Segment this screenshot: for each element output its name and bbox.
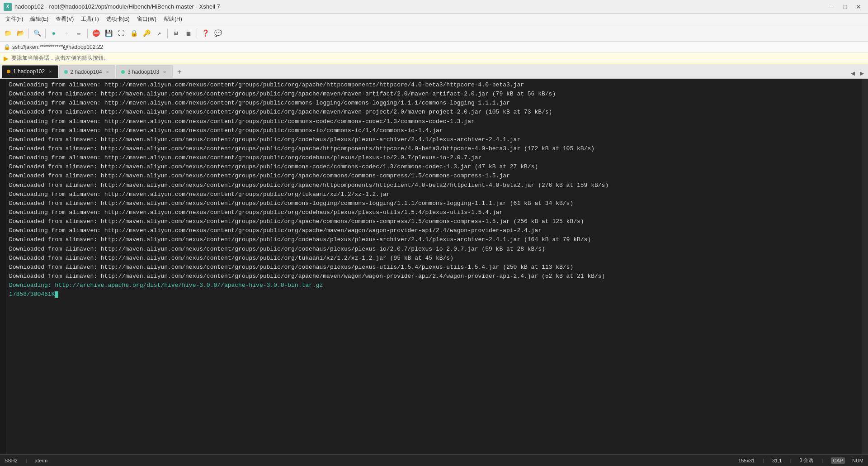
tabs-prev-btn[interactable]: ◀ — [848, 69, 857, 78]
tabs-next-btn[interactable]: ▶ — [857, 69, 866, 78]
status-cap: CAP — [831, 457, 845, 464]
terminal-line-0: Downloading from alimaven: http://maven.… — [9, 81, 859, 90]
menu-item-f[interactable]: 文件(F) — [2, 14, 27, 24]
toolbar-split-btn[interactable]: ⊞ — [170, 28, 182, 39]
tab-add-button[interactable]: + — [174, 66, 185, 78]
tab-3[interactable]: 3 hadoop103× — [116, 65, 173, 78]
terminal-line-16: Downloading from alimaven: http://maven.… — [9, 226, 859, 235]
toolbar-lock-btn[interactable]: 🔒 — [128, 28, 140, 39]
terminal[interactable]: Downloading from alimaven: http://maven.… — [6, 79, 862, 454]
terminal-line-1: Downloaded from alimaven: http://maven.a… — [9, 90, 859, 99]
terminal-line-22: Downloading: http://archive.apache.org/d… — [9, 281, 859, 290]
menu-item-v[interactable]: 查看(V) — [52, 14, 77, 24]
status-term: xterm — [35, 458, 48, 463]
terminal-line-23: 17858/300461K — [9, 290, 859, 299]
toolbar-sep-1 — [28, 29, 29, 38]
toolbar-stop-btn[interactable]: ⛔ — [90, 28, 102, 39]
window-controls: ─ □ ✕ — [826, 2, 864, 11]
window-title: hadoop102 - root@hadoop102:/opt/module/H… — [14, 3, 826, 10]
toolbar-save-btn[interactable]: 💾 — [103, 28, 114, 39]
terminal-line-10: Downloaded from alimaven: http://maven.a… — [9, 171, 859, 181]
left-gutter — [0, 79, 6, 454]
terminal-line-8: Downloading from alimaven: http://maven.… — [9, 153, 859, 162]
tab-close-1[interactable]: × — [47, 68, 53, 75]
tab-1[interactable]: 1 hadoop102× — [2, 65, 58, 78]
tab-dot-1 — [7, 70, 10, 73]
tab-label-1: 1 hadoop102 — [13, 68, 45, 75]
terminal-line-20: Downloaded from alimaven: http://maven.a… — [9, 263, 859, 272]
ssh-bar: 🔒 ssh://jaken:***********@hadoop102:22 — [0, 42, 868, 52]
tab-label-2: 2 hadoop104 — [71, 69, 102, 75]
terminal-wrapper: Downloading from alimaven: http://maven.… — [0, 79, 868, 454]
menu-item-t[interactable]: 工具(T) — [77, 14, 102, 24]
terminal-line-19: Downloaded from alimaven: http://maven.a… — [9, 254, 859, 263]
status-size: 155x31 — [738, 458, 755, 463]
toolbar-sep-5 — [197, 29, 197, 38]
status-right: 155x31 | 31,1 | 3 会话 | CAP NUM — [738, 457, 863, 464]
status-sessions: 3 会话 — [799, 457, 813, 464]
terminal-line-3: Downloaded from alimaven: http://maven.a… — [9, 108, 859, 117]
tab-dot-3 — [121, 70, 125, 74]
status-nav: NUM — [852, 458, 863, 463]
toolbar-chat-btn[interactable]: 💬 — [212, 28, 224, 39]
notice-icon: ▶ — [4, 55, 9, 62]
terminal-line-18: Downloaded from alimaven: http://maven.a… — [9, 245, 859, 254]
minimize-button[interactable]: ─ — [826, 2, 837, 11]
terminal-line-17: Downloaded from alimaven: http://maven.a… — [9, 235, 859, 244]
tabs-nav: ◀▶ — [846, 69, 868, 78]
menu-item-e[interactable]: 编辑(E) — [27, 14, 52, 24]
app-icon: X — [4, 3, 12, 11]
toolbar-sep-4 — [167, 29, 168, 38]
terminal-line-15: Downloaded from alimaven: http://maven.a… — [9, 217, 859, 226]
tab-2[interactable]: 2 hadoop104× — [59, 65, 116, 78]
notice-bar: ▶ 要添加当前会话，点击左侧的箭头按钮。 — [0, 52, 868, 64]
menu-bar: 文件(F)编辑(E)查看(V)工具(T)选项卡(B)窗口(W)帮助(H) — [0, 14, 868, 25]
toolbar-key-btn[interactable]: 🔑 — [141, 28, 152, 39]
terminal-line-9: Downloaded from alimaven: http://maven.a… — [9, 162, 859, 171]
terminal-line-5: Downloading from alimaven: http://maven.… — [9, 126, 859, 135]
terminal-line-12: Downloading from alimaven: http://maven.… — [9, 190, 859, 199]
menu-item-b[interactable]: 选项卡(B) — [103, 14, 133, 24]
tab-close-3[interactable]: × — [162, 69, 167, 75]
terminal-cursor — [55, 291, 58, 298]
terminal-line-14: Downloading from alimaven: http://maven.… — [9, 208, 859, 217]
toolbar: 📁 📂 🔍 ● ◦ ✏ ⛔ 💾 ⛶ 🔒 🔑 ↗ ⊞ ▦ ❓ 💬 — [0, 25, 868, 42]
menu-item-h[interactable]: 帮助(H) — [160, 14, 186, 24]
toolbar-connect-btn[interactable]: ● — [48, 28, 60, 39]
toolbar-help-btn[interactable]: ❓ — [199, 28, 211, 39]
tabs-bar: 1 hadoop102×2 hadoop104×3 hadoop103×+◀▶ — [0, 64, 868, 79]
toolbar-disconnect-btn[interactable]: ◦ — [61, 28, 72, 39]
terminal-line-21: Downloaded from alimaven: http://maven.a… — [9, 272, 859, 281]
status-pos: 31,1 — [772, 458, 782, 463]
close-button[interactable]: ✕ — [853, 2, 864, 11]
terminal-line-11: Downloaded from alimaven: http://maven.a… — [9, 181, 859, 190]
terminal-line-6: Downloaded from alimaven: http://maven.a… — [9, 135, 859, 144]
toolbar-open-btn[interactable]: 📂 — [14, 28, 26, 39]
tab-label-3: 3 hadoop103 — [127, 69, 159, 75]
title-bar: X hadoop102 - root@hadoop102:/opt/module… — [0, 0, 868, 14]
status-bar: SSH2 | xterm 155x31 | 31,1 | 3 会话 | CAP … — [0, 454, 868, 466]
toolbar-sep-3 — [87, 29, 88, 38]
menu-item-w[interactable]: 窗口(W) — [133, 14, 160, 24]
toolbar-new-btn[interactable]: 📁 — [2, 28, 14, 39]
maximize-button[interactable]: □ — [839, 2, 851, 11]
toolbar-arrow-btn[interactable]: ↗ — [153, 28, 165, 39]
toolbar-sep-2 — [45, 29, 46, 38]
tab-close-2[interactable]: × — [105, 69, 110, 75]
toolbar-layout-btn[interactable]: ▦ — [183, 28, 194, 39]
terminal-line-13: Downloaded from alimaven: http://maven.a… — [9, 199, 859, 208]
terminal-line-2: Downloading from alimaven: http://maven.… — [9, 99, 859, 108]
terminal-line-4: Downloading from alimaven: http://maven.… — [9, 117, 859, 126]
scrollbar[interactable] — [862, 79, 868, 454]
toolbar-settings-btn[interactable]: ✏ — [73, 28, 85, 39]
notice-text: 要添加当前会话，点击左侧的箭头按钮。 — [11, 54, 109, 62]
terminal-line-7: Downloaded from alimaven: http://maven.a… — [9, 144, 859, 153]
status-ssh: SSH2 — [5, 458, 18, 463]
toolbar-fullscreen-btn[interactable]: ⛶ — [115, 28, 127, 39]
ssh-connection-text: ssh://jaken:***********@hadoop102:22 — [12, 44, 103, 50]
tab-dot-2 — [64, 70, 68, 74]
toolbar-find-btn[interactable]: 🔍 — [31, 28, 43, 39]
lock-icon: 🔒 — [4, 44, 10, 50]
